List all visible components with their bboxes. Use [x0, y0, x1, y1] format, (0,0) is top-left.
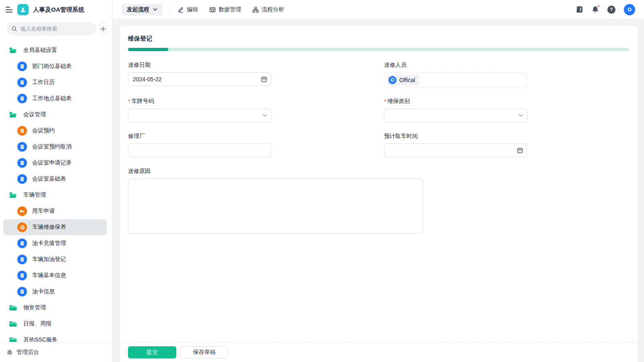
menu-item-label: 会议室基础表	[32, 175, 66, 183]
sidebar: 人事及OA管理系统 全局基础设置 部门岗位基础表	[0, 0, 113, 362]
help-icon[interactable]: ?	[607, 6, 615, 14]
journal-icon[interactable]	[576, 6, 583, 13]
document-icon	[17, 78, 27, 87]
sidebar-item-fuel-card-info[interactable]: 油卡信息	[3, 284, 107, 300]
chevron-down-icon	[153, 8, 157, 11]
sidebar-item-work-location-table[interactable]: 工作地点基础表	[3, 90, 107, 107]
document-icon	[17, 271, 27, 280]
sidebar-item-daily-weekly-report[interactable]: 日报、周报	[3, 316, 107, 332]
content-area: 维保登记 送修日期	[113, 19, 644, 362]
menu-item-label: 车辆基本信息	[32, 272, 66, 279]
user-avatar[interactable]: O	[624, 4, 635, 15]
plate-number-select[interactable]	[128, 109, 271, 122]
required-marker: *	[128, 98, 130, 105]
folder-closed-icon	[9, 304, 17, 311]
document-icon	[17, 94, 27, 103]
menu-item-label: 工作地点基础表	[32, 95, 72, 102]
field-plate-number: * 车牌号码	[128, 98, 271, 122]
start-flow-label: 发起流程	[127, 6, 149, 13]
collapse-sidebar-icon[interactable]	[6, 7, 13, 12]
sidebar-item-vehicle-management[interactable]: 车辆管理	[3, 187, 107, 203]
sidebar-item-meeting-cancel[interactable]: 会议室预约取消	[3, 139, 107, 155]
sidebar-item-global-settings[interactable]: 全局基础设置	[3, 42, 107, 58]
sidebar-item-work-calendar[interactable]: 工作日历	[3, 74, 107, 90]
chevron-down-icon[interactable]	[262, 114, 267, 117]
member-avatar: O	[388, 76, 396, 84]
menu-item-label: 车辆维修保养	[32, 224, 66, 231]
field-label: 预计取车时间	[384, 133, 418, 140]
maintenance-type-select[interactable]	[384, 109, 527, 122]
save-draft-button[interactable]: 保存草稿	[180, 346, 228, 358]
search-icon	[11, 26, 17, 32]
sidebar-item-vehicle-basic-info[interactable]: 车辆基本信息	[3, 267, 107, 284]
start-flow-button[interactable]: 发起流程	[122, 4, 163, 16]
add-app-button[interactable]	[100, 22, 106, 35]
repair-shop-input[interactable]	[128, 144, 271, 157]
reason-textarea[interactable]	[128, 179, 423, 234]
document-icon	[17, 158, 27, 168]
field-label: 送修日期	[128, 62, 151, 69]
progress-bar	[128, 48, 629, 51]
search-input[interactable]	[21, 26, 91, 32]
document-icon	[17, 62, 27, 71]
gear-icon	[6, 349, 13, 356]
topbar-tabs: 编辑 数据管理 流程分析	[178, 6, 284, 13]
topbar-right: ? O	[576, 4, 635, 15]
field-sender: 送修人员 O Offical	[384, 62, 527, 87]
sidebar-item-dept-post-table[interactable]: 部门岗位基础表	[3, 58, 107, 74]
menu-item-label: 部门岗位基础表	[32, 63, 72, 70]
field-repair-shop: 修理厂	[128, 133, 271, 157]
field-label: 送修人员	[384, 62, 407, 69]
field-send-date: 送修日期	[128, 62, 271, 87]
sidebar-header: 人事及OA管理系统	[0, 0, 112, 19]
wheel-icon	[17, 222, 27, 232]
menu-item-label: 油卡信息	[32, 288, 55, 295]
admin-backend-button[interactable]: 管理后台	[0, 342, 112, 362]
document-icon	[17, 239, 27, 248]
truck-icon	[17, 206, 27, 216]
menu-item-label: 用车申请	[32, 208, 55, 215]
tab-data-management[interactable]: 数据管理	[209, 6, 241, 13]
menu-item-label: 油卡充值管理	[32, 240, 66, 247]
folder-open-icon	[9, 47, 17, 54]
form-card: 维保登记 送修日期	[119, 25, 638, 362]
search-box[interactable]	[6, 22, 96, 35]
chevron-down-icon[interactable]	[518, 114, 523, 117]
admin-backend-label: 管理后台	[17, 349, 39, 356]
menu-item-label: 会议室预约取消	[32, 143, 72, 150]
form-row: 送修原因	[128, 168, 629, 235]
tab-edit[interactable]: 编辑	[178, 6, 198, 13]
field-maintenance-type: * 维保类别	[384, 98, 527, 122]
form-scroll-area: 维保登记 送修日期	[120, 26, 638, 342]
menu-item-label: 会议管理	[23, 111, 46, 118]
sidebar-item-vehicle-refuel-record[interactable]: 车辆加油登记	[3, 251, 107, 267]
form-row: 送修日期 送修人员 O Offica	[128, 62, 629, 87]
sidebar-item-vehicle-apply[interactable]: 用车申请	[3, 203, 107, 219]
send-date-input[interactable]	[128, 72, 271, 86]
field-reason: 送修原因	[128, 168, 423, 235]
field-label: 车牌号码	[131, 98, 154, 105]
sidebar-item-meeting-apply-record[interactable]: 会议室申请记录	[3, 155, 107, 171]
bell-icon[interactable]	[592, 6, 599, 13]
app-logo-icon	[17, 4, 29, 15]
menu-item-label: 车辆加油登记	[32, 256, 66, 263]
sidebar-item-meeting-management[interactable]: 会议管理	[3, 107, 107, 123]
member-picker[interactable]: O Offical	[384, 72, 527, 87]
sidebar-item-other-ssc-services[interactable]: 其他SSC服务	[3, 332, 107, 342]
tab-flow-analysis[interactable]: 流程分析	[252, 6, 284, 13]
member-chip[interactable]: O Offical	[387, 75, 419, 85]
sidebar-item-material-management[interactable]: 物资管理	[3, 300, 107, 316]
sidebar-item-meeting-room-table[interactable]: 会议室基础表	[3, 171, 107, 187]
pickup-time-input[interactable]	[384, 144, 527, 157]
sidebar-item-meeting-booking[interactable]: 会议预约	[3, 123, 107, 139]
sidebar-item-fuel-card-recharge[interactable]: 油卡充值管理	[3, 235, 107, 251]
notification-dot	[597, 4, 600, 8]
topbar-divider	[170, 6, 170, 14]
submit-button[interactable]: 提交	[128, 346, 176, 358]
menu-item-label: 物资管理	[23, 304, 46, 311]
sidebar-item-vehicle-maintenance[interactable]: 车辆维修保养	[3, 219, 107, 235]
menu-item-label: 车辆管理	[23, 191, 46, 199]
required-marker: *	[384, 98, 386, 105]
calendar-icon[interactable]	[261, 76, 267, 82]
calendar-icon[interactable]	[517, 147, 523, 154]
